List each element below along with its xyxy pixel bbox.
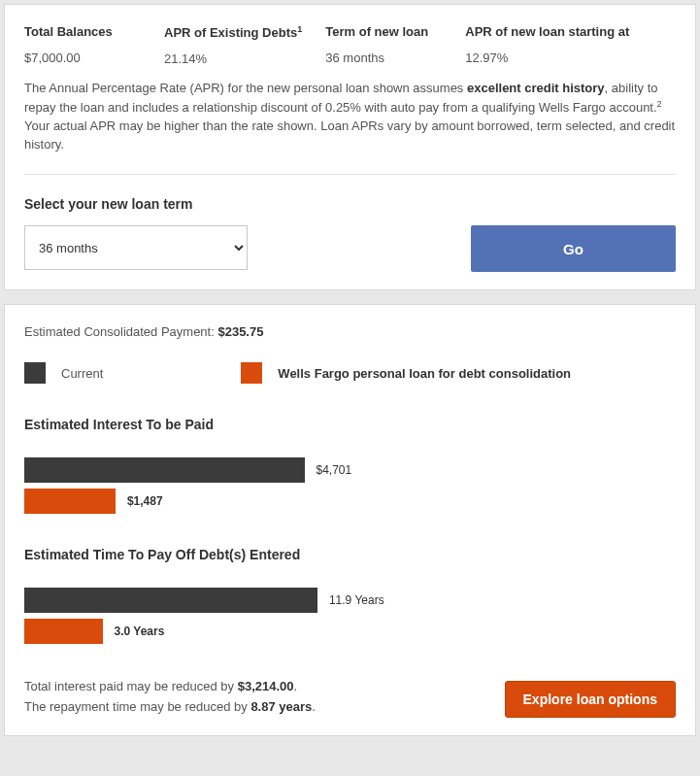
- summary-val: $7,000.00: [24, 51, 141, 65]
- chart-legend: Current Wells Fargo personal loan for de…: [24, 362, 676, 384]
- legend-current-label: Current: [61, 366, 103, 381]
- bar-row-current: $4,701: [24, 457, 676, 483]
- divider: [24, 174, 676, 175]
- bar-label: 11.9 Years: [329, 593, 384, 607]
- summary-hdr: APR of Existing Debts1: [164, 24, 302, 40]
- term-label: Select your new loan term: [24, 196, 676, 212]
- swatch-current: [24, 362, 46, 384]
- summary-val: 36 months: [325, 51, 442, 65]
- term-row: 36 months Go: [24, 225, 676, 272]
- summary-col-term: Term of new loan 36 months: [325, 24, 442, 66]
- bar-current: [24, 588, 317, 613]
- summary-val: 21.14%: [164, 51, 302, 66]
- bar-row-wf: $1,487: [24, 489, 676, 514]
- summary-hdr: APR of new loan starting at: [465, 24, 676, 39]
- bar-label: $1,487: [127, 494, 163, 508]
- bar-row-wf: 3.0 Years: [24, 619, 676, 644]
- bar-label: 3.0 Years: [115, 624, 165, 638]
- chart-interest: Estimated Interest To be Paid $4,701 $1,…: [24, 417, 676, 514]
- bar-wf: [24, 489, 116, 514]
- go-button[interactable]: Go: [471, 225, 676, 272]
- loan-term-select[interactable]: 36 months: [24, 225, 248, 270]
- savings-summary: Total interest paid may be reduced by $3…: [24, 677, 316, 718]
- bar-wf: [24, 619, 103, 644]
- chart-title: Estimated Time To Pay Off Debt(s) Entere…: [24, 547, 676, 562]
- explore-loan-options-button[interactable]: Explore loan options: [505, 681, 676, 718]
- summary-col-apr-existing: APR of Existing Debts1 21.14%: [164, 24, 302, 66]
- legend-wf-label: Wells Fargo personal loan for debt conso…: [278, 366, 571, 381]
- summary-row: Total Balances $7,000.00 APR of Existing…: [24, 24, 676, 66]
- summary-hdr: Total Balances: [24, 24, 141, 39]
- estimated-payment: Estimated Consolidated Payment: $235.75: [24, 324, 676, 339]
- apr-disclaimer: The Annual Percentage Rate (APR) for the…: [24, 80, 676, 154]
- summary-col-apr-new: APR of new loan starting at 12.97%: [465, 24, 676, 66]
- swatch-wf: [241, 362, 262, 384]
- bar-current: [24, 457, 305, 483]
- bar-label: $4,701: [317, 463, 352, 477]
- bar-row-current: 11.9 Years: [24, 588, 676, 613]
- summary-hdr: Term of new loan: [325, 24, 442, 39]
- results-card: Estimated Consolidated Payment: $235.75 …: [4, 304, 696, 736]
- chart-time: Estimated Time To Pay Off Debt(s) Entere…: [24, 547, 676, 644]
- summary-col-total: Total Balances $7,000.00: [24, 24, 141, 66]
- chart-title: Estimated Interest To be Paid: [24, 417, 676, 432]
- summary-val: 12.97%: [465, 51, 676, 65]
- results-footer: Total interest paid may be reduced by $3…: [24, 677, 676, 718]
- loan-summary-card: Total Balances $7,000.00 APR of Existing…: [4, 4, 696, 290]
